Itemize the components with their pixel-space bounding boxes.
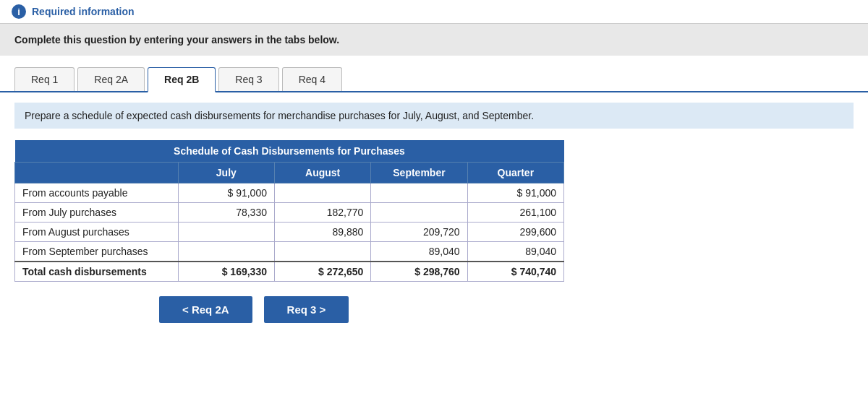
row-september: [371, 183, 467, 203]
row-label: From accounts payable: [15, 183, 179, 203]
col-header-september: September: [371, 163, 467, 183]
table-title-row: Schedule of Cash Disbursements for Purch…: [15, 140, 564, 163]
table-row: From August purchases 89,880 209,720 299…: [15, 223, 564, 242]
table-title: Schedule of Cash Disbursements for Purch…: [15, 140, 564, 163]
row-label: From September purchases: [15, 242, 179, 262]
row-september: 89,040: [371, 242, 467, 262]
content-area: Prepare a schedule of expected cash disb…: [0, 92, 868, 333]
row-quarter: $ 740,740: [467, 262, 563, 282]
header-title: Required information: [32, 6, 135, 17]
row-september: [371, 203, 467, 223]
row-july: $ 91,000: [178, 183, 274, 203]
schedule-description: Prepare a schedule of expected cash disb…: [14, 103, 854, 129]
col-header-quarter: Quarter: [467, 163, 563, 183]
instruction-bar: Complete this question by entering your …: [0, 24, 868, 56]
row-label: From July purchases: [15, 203, 179, 223]
row-quarter: 89,040: [467, 242, 563, 262]
schedule-table: Schedule of Cash Disbursements for Purch…: [14, 140, 564, 282]
row-quarter: 261,100: [467, 203, 563, 223]
tab-req2b[interactable]: Req 2B: [148, 67, 216, 92]
col-header-august: August: [274, 163, 370, 183]
row-august: 182,770: [274, 203, 370, 223]
table-row: From September purchases 89,040 89,040: [15, 242, 564, 262]
table-container: Schedule of Cash Disbursements for Purch…: [14, 140, 854, 323]
tab-req2a[interactable]: Req 2A: [77, 67, 145, 91]
row-quarter: 299,600: [467, 223, 563, 242]
tab-req1[interactable]: Req 1: [14, 67, 75, 91]
tab-req3[interactable]: Req 3: [218, 67, 278, 91]
table-body: From accounts payable $ 91,000 $ 91,000 …: [15, 183, 564, 282]
row-july: 78,330: [178, 203, 274, 223]
col-header-july: July: [178, 163, 274, 183]
row-august: $ 272,650: [274, 262, 370, 282]
table-row: From July purchases 78,330 182,770 261,1…: [15, 203, 564, 223]
tabs-area: Req 1 Req 2A Req 2B Req 3 Req 4: [0, 56, 868, 92]
row-september: $ 298,760: [371, 262, 467, 282]
row-august: 89,880: [274, 223, 370, 242]
row-august: [274, 183, 370, 203]
info-icon: i: [12, 4, 26, 19]
table-row-total: Total cash disbursements $ 169,330 $ 272…: [15, 262, 564, 282]
row-label: Total cash disbursements: [15, 262, 179, 282]
header-bar: i Required information: [0, 0, 868, 24]
row-july: $ 169,330: [178, 262, 274, 282]
prev-button[interactable]: < Req 2A: [159, 296, 252, 323]
row-quarter: $ 91,000: [467, 183, 563, 203]
next-button[interactable]: Req 3 >: [264, 296, 349, 323]
row-july: [178, 223, 274, 242]
row-august: [274, 242, 370, 262]
row-july: [178, 242, 274, 262]
row-label: From August purchases: [15, 223, 179, 242]
col-header-label: [15, 163, 179, 183]
col-header-row: July August September Quarter: [15, 163, 564, 183]
table-row: From accounts payable $ 91,000 $ 91,000: [15, 183, 564, 203]
instruction-text: Complete this question by entering your …: [14, 34, 339, 46]
tab-req4[interactable]: Req 4: [282, 67, 342, 91]
row-september: 209,720: [371, 223, 467, 242]
nav-buttons: < Req 2A Req 3 >: [159, 296, 349, 323]
